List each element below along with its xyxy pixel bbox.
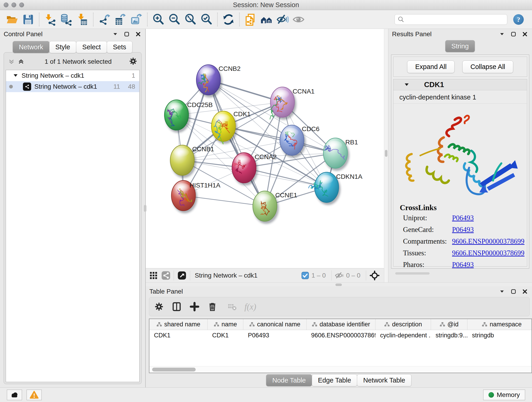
crosslink-link[interactable]: P06493 [452,261,474,269]
panel-close-icon[interactable] [521,288,528,295]
column-header[interactable]: namespace [467,319,532,330]
cloud-status-button[interactable] [7,390,22,400]
export-image-icon [130,13,143,26]
cell-database-identifier[interactable]: 9606.ENSP00000378699 [307,332,375,339]
selected-checkbox-icon[interactable] [301,272,309,279]
tab-sets[interactable]: Sets [107,41,133,53]
network-collection-row[interactable]: String Network – cdk1 1 [6,70,139,81]
network-selection-summary: 1 of 1 Network selected [27,58,129,65]
warnings-button[interactable] [27,390,42,400]
network-row[interactable]: String Network – cdk1 11 48 [6,81,139,92]
panel-splitter-grip[interactable] [144,205,146,212]
column-header[interactable]: database identifier [307,319,375,330]
column-header[interactable]: @id [431,319,467,330]
import-network-database-button[interactable] [59,12,73,27]
table-panel-title: Table Panel [149,288,183,295]
birdseye-crosshair-icon[interactable] [369,270,380,281]
network-options-gear-icon[interactable] [129,57,137,66]
horizontal-splitter-grip[interactable] [336,283,342,286]
zoom-fit-button[interactable] [184,12,197,27]
network-view-title: String Network – cdk1 [195,272,301,279]
panel-float-icon[interactable] [510,31,517,38]
table-options-gear-icon[interactable] [154,302,164,312]
network-share-view-icon[interactable] [161,271,171,280]
cell-description[interactable]: cyclin-dependent ... [375,332,431,339]
tab-style[interactable]: Style [49,41,76,53]
search-field[interactable] [394,14,507,25]
results-hscroll-thumb[interactable] [395,272,430,274]
panel-float-icon[interactable] [510,288,517,295]
tree-expander-icon[interactable] [13,73,18,78]
panel-menu-icon[interactable] [112,31,119,38]
save-session-button[interactable] [21,12,35,27]
cell-canonical-name[interactable]: P06493 [243,332,307,339]
panel-menu-icon[interactable] [499,31,505,38]
crosslink-link[interactable]: 9606.ENSP00000378699 [452,249,525,257]
panel-menu-icon[interactable] [499,288,505,295]
table-panel-header: Table Panel [146,287,532,297]
collapse-all-networks-icon[interactable] [8,58,15,65]
horizontal-splitter[interactable] [146,282,532,287]
tab-select[interactable]: Select [76,41,107,53]
help-button[interactable]: ? [513,14,524,25]
network-status-dot-icon [9,85,13,89]
clone-network-icon [244,13,257,26]
column-header[interactable]: canonical name [243,319,307,330]
column-header[interactable]: name [208,319,243,330]
tab-edge-table[interactable]: Edge Table [312,374,357,386]
hide-selected-button[interactable] [276,12,289,27]
create-column-icon[interactable] [190,302,200,312]
tab-network[interactable]: Network [13,41,49,53]
gene-section-header[interactable]: CDK1 [393,79,527,90]
zoom-selected-button[interactable] [200,12,213,27]
hide-eye-icon [276,13,289,26]
column-header[interactable]: shared name [149,319,208,330]
collapse-all-button[interactable]: Collapse All [462,61,513,73]
cell-id[interactable]: stringdb:9... [431,332,467,339]
section-expander-icon[interactable] [404,82,409,88]
open-session-button[interactable] [5,12,19,27]
network-graph[interactable]: CCNB2CCNA1CDC25BCDK1CDC6RB1CCNB1CCNA2CDK… [146,29,384,268]
first-neighbors-button[interactable] [260,12,273,27]
new-network-from-selection-button[interactable] [244,12,257,27]
selected-count: 1 – 0 [311,272,326,279]
expand-all-networks-icon[interactable] [18,58,25,65]
network-canvas[interactable]: CCNB2CCNA1CDC25BCDK1CDC6RB1CCNB1CCNA2CDK… [146,29,384,268]
search-input[interactable] [407,16,504,23]
grid-view-icon[interactable] [149,271,158,280]
panel-close-icon[interactable] [135,31,142,38]
crosslink-link[interactable]: P06493 [452,225,474,234]
export-image-button[interactable] [129,12,143,27]
tab-string[interactable]: String [445,40,475,52]
show-all-button[interactable] [292,12,305,27]
expand-all-button[interactable]: Expand All [407,61,455,73]
detach-view-icon[interactable] [177,271,187,280]
zoom-in-button[interactable] [152,12,165,27]
table-hscroll-thumb[interactable] [152,368,196,371]
panel-float-icon[interactable] [123,31,130,38]
export-network-button[interactable] [97,12,111,27]
vertical-splitter[interactable] [384,29,388,282]
apply-layout-button[interactable] [222,12,235,27]
network-list-container: 1 of 1 Network selected [4,52,142,384]
tab-network-table[interactable]: Network Table [357,374,411,386]
tab-node-table[interactable]: Node Table [266,374,312,386]
results-hscrollbar[interactable] [395,272,525,274]
memory-button[interactable]: Memory [483,390,525,400]
crosslink-link[interactable]: P06493 [452,214,474,222]
table-hscrollbar[interactable] [149,366,532,373]
cell-name[interactable]: CDK1 [208,332,243,339]
column-header[interactable]: description [375,319,431,330]
panel-close-icon[interactable] [521,31,528,38]
zoom-out-button[interactable] [167,12,181,27]
export-table-button[interactable] [114,12,127,27]
show-columns-icon[interactable] [172,302,182,312]
crosslink-link[interactable]: 9606.ENSP00000378699 [452,237,525,245]
cell-namespace[interactable]: stringdb [467,332,532,339]
import-network-file-button[interactable] [43,12,57,27]
table-row[interactable]: CDK1 CDK1 P06493 9606.ENSP00000378699 cy… [149,330,532,341]
delete-column-trash-icon[interactable] [207,302,217,312]
import-table-file-button[interactable] [75,12,89,27]
cell-shared-name[interactable]: CDK1 [149,332,208,339]
vertical-splitter-grip[interactable] [385,150,387,157]
